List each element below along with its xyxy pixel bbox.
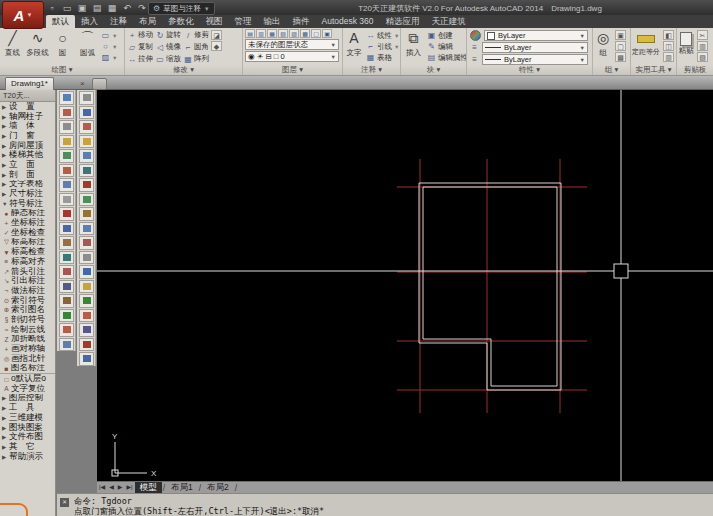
strip-tool-13[interactable] — [79, 280, 94, 294]
ribbon-tab-精选应用[interactable]: 精选应用 — [379, 15, 425, 28]
palette-cmd-箭头引注[interactable]: ↗箭头引注 — [0, 267, 55, 277]
palette-group-立 面[interactable]: ▶立 面 — [0, 160, 55, 170]
strip-tool-12[interactable] — [79, 265, 94, 279]
palette-cmd-索引图名[interactable]: ⊕索引图名 — [0, 305, 55, 315]
panel-modify-label[interactable]: 修改 ▾ — [125, 65, 242, 75]
drawing-area[interactable]: YX — [97, 90, 713, 481]
palette-group-设 置[interactable]: ▶设 置 — [0, 102, 55, 112]
draw-small-tool-0[interactable]: ▭▼ — [101, 30, 117, 41]
panel-utilities-label[interactable]: 实用工具 ▾ — [631, 65, 676, 75]
ribbon-tab-Autodesk 360[interactable]: Autodesk 360 — [316, 15, 380, 28]
plot-icon[interactable]: ▦ — [106, 2, 118, 14]
palette-group-文字表格[interactable]: ▶文字表格 — [0, 180, 55, 190]
annotate-tool-线性[interactable]: ↔线性▼ — [366, 30, 399, 41]
file-tab-drawing1[interactable]: Drawing1* — [5, 77, 54, 90]
modify-tool-修剪[interactable]: /修剪 — [184, 29, 209, 41]
strip-tool-2[interactable] — [79, 120, 94, 134]
palette-group-楼梯其他[interactable]: ▶楼梯其他 — [0, 150, 55, 160]
strip-tool-5[interactable] — [59, 164, 74, 178]
layer-tool-2[interactable]: ▦ — [267, 29, 277, 38]
strip-tool-8[interactable] — [59, 207, 74, 221]
palette-group-图层控制[interactable]: ▶图层控制 — [0, 394, 55, 404]
strip-tool-6[interactable] — [79, 178, 94, 192]
strip-tool-14[interactable] — [79, 294, 94, 308]
group-mini-2[interactable]: ▩ — [615, 52, 626, 62]
modify-tool-阵列[interactable]: ▦阵列 — [184, 53, 209, 65]
strip-tool-2[interactable] — [59, 120, 74, 134]
palette-cmd-坐标检查[interactable]: ✓坐标检查 — [0, 228, 55, 238]
utility-mini-2[interactable]: ▥ — [663, 52, 674, 62]
strip-tool-10[interactable] — [79, 236, 94, 250]
clipboard-mini-1[interactable]: ▥ — [697, 41, 708, 51]
group-mini-0[interactable]: ▣ — [615, 30, 626, 40]
ribbon-tab-参数化[interactable]: 参数化 — [162, 15, 200, 28]
layer-tool-5[interactable]: ▩ — [300, 29, 310, 38]
palette-group-三维建模[interactable]: ▶三维建模 — [0, 413, 55, 423]
strip-tool-16[interactable] — [59, 323, 74, 337]
autocad-app-button[interactable]: A ▼ — [2, 1, 44, 29]
modify-tool-缩放[interactable]: ▭缩放 — [156, 53, 181, 65]
object-color-icon[interactable] — [470, 30, 481, 41]
new-icon[interactable]: ▫ — [46, 2, 58, 14]
ribbon-tab-天正建筑[interactable]: 天正建筑 — [425, 15, 471, 28]
ribbon-tab-默认[interactable]: 默认 — [46, 15, 75, 28]
modify-tool-拉伸[interactable]: ↔拉伸 — [128, 53, 153, 65]
palette-cmd-文字复位[interactable]: A文字复位 — [0, 384, 55, 394]
draw-tool-圆[interactable]: ○圆 — [50, 29, 75, 58]
save-as-icon[interactable]: ▤ — [91, 2, 103, 14]
measure-button[interactable]: 定距等分 — [631, 29, 661, 57]
strip-tool-12[interactable] — [59, 265, 74, 279]
utility-mini-0[interactable]: ◧ — [663, 30, 674, 40]
panel-group-label[interactable]: 组 ▾ — [593, 65, 630, 75]
panel-layers-label[interactable]: 图层 ▾ — [243, 65, 342, 75]
layer-tool-4[interactable]: ▨ — [289, 29, 299, 38]
palette-group-剖 面[interactable]: ▶剖 面 — [0, 170, 55, 180]
ribbon-tab-注释[interactable]: 注释 — [104, 15, 133, 28]
annotate-tool-引线[interactable]: ⌐引线▼ — [366, 41, 399, 52]
palette-cmd-绘制云线[interactable]: ≈绘制云线 — [0, 325, 55, 335]
ribbon-tab-插入[interactable]: 插入 — [75, 15, 104, 28]
ribbon-tab-管理[interactable]: 管理 — [229, 15, 258, 28]
command-line-panel[interactable]: × 命令: Tgdoor 点取门窗插入位置(Shift-左右开,Ctrl-上下开… — [57, 493, 713, 516]
palette-cmd-加折断线[interactable]: Z加折断线 — [0, 335, 55, 345]
strip-tool-17[interactable] — [59, 338, 74, 352]
property-dropdown-2[interactable]: ByLayer▼ — [482, 54, 588, 65]
palette-cmd-坐标标注[interactable]: +坐标标注 — [0, 218, 55, 228]
linetype-icon[interactable]: ≡ — [470, 43, 479, 52]
palette-group-尺寸标注[interactable]: ▶尺寸标注 — [0, 189, 55, 199]
paste-button[interactable]: 粘贴 — [677, 29, 695, 56]
palette-cmd-画对称轴[interactable]: +画对称轴 — [0, 344, 55, 354]
palette-group-工 具[interactable]: ▶工 具 — [0, 403, 55, 413]
layer-state-dropdown[interactable]: 未保存的图层状态▼ — [245, 39, 339, 50]
modify-extra-0[interactable]: ◪ — [211, 30, 222, 40]
strip-tool-8[interactable] — [79, 207, 94, 221]
block-tool-编辑[interactable]: ✎编辑 — [427, 41, 466, 52]
palette-cmd-图名标注[interactable]: ■图名标注 — [0, 364, 55, 374]
group-mini-1[interactable]: ▢ — [615, 41, 626, 51]
clipboard-mini-0[interactable]: ✂ — [697, 30, 708, 40]
group-button[interactable]: ◎组 — [593, 29, 613, 58]
ribbon-tab-插件[interactable]: 插件 — [287, 15, 316, 28]
strip-tool-10[interactable] — [59, 236, 74, 250]
insert-block-button[interactable]: ⧉插入 — [401, 29, 426, 58]
layout-nav-0[interactable]: |◀ — [97, 482, 107, 493]
strip-tool-9[interactable] — [59, 222, 74, 236]
layer-tool-3[interactable]: ▧ — [278, 29, 288, 38]
draw-small-tool-2[interactable]: ▨▼ — [101, 52, 117, 63]
draw-tool-多段线[interactable]: ∿多段线 — [25, 29, 50, 58]
draw-tool-圆弧[interactable]: ⌒圆弧 — [75, 29, 100, 58]
layer-tool-0[interactable]: ▤ — [245, 29, 255, 38]
layout-tab-模型[interactable]: 模型 — [135, 482, 162, 493]
strip-tool-4[interactable] — [59, 149, 74, 163]
crosshair-pickbox[interactable] — [614, 264, 628, 278]
palette-cmd-画指北针[interactable]: ◎画指北针 — [0, 354, 55, 364]
palette-group-文件布图[interactable]: ▶文件布图 — [0, 432, 55, 442]
palette-cmd-o默认层o[interactable]: □o默认层o — [0, 373, 55, 384]
panel-block-label[interactable]: 块 ▾ — [401, 65, 466, 75]
strip-tool-6[interactable] — [59, 178, 74, 192]
strip-tool-11[interactable] — [79, 251, 94, 265]
strip-tool-1[interactable] — [79, 106, 94, 120]
modify-tool-镜像[interactable]: ◁镜像 — [156, 41, 181, 53]
ribbon-tab-输出[interactable]: 输出 — [258, 15, 287, 28]
palette-cmd-标高检查[interactable]: ▼标高检查 — [0, 247, 55, 257]
